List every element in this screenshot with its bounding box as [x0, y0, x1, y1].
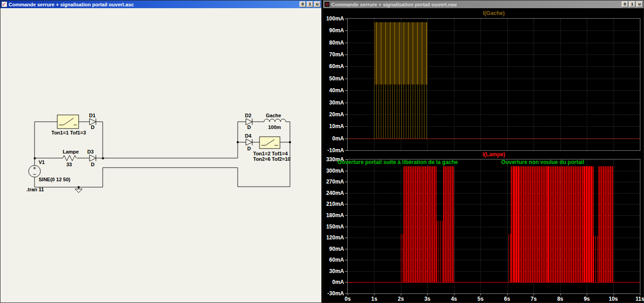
- y-tick-mark: [345, 260, 347, 260]
- minimize-button[interactable]: 0: [622, 1, 628, 7]
- zero-line: [348, 282, 640, 283]
- y-tick-mark: [345, 139, 347, 139]
- y-tick-label: 150mA: [323, 224, 344, 230]
- diode-d2[interactable]: [246, 119, 252, 125]
- annotation[interactable]: Ouverture portail suite à libération de …: [338, 159, 458, 165]
- schematic-window-title: Commande serrure + signalisation portail…: [9, 2, 298, 7]
- schematic-canvas[interactable]: V1 SINE(0 12 50) .tran 11 Ton1=1 Tof1=3 …: [0, 8, 321, 303]
- y-tick-label: -10mA: [323, 147, 344, 154]
- x-tick-label: 7s: [524, 296, 544, 302]
- grid-line-horizontal: [348, 193, 640, 194]
- plot-area[interactable]: I(Gache)100mA90mA80mA70mA60mA50mA40mA30m…: [323, 8, 644, 303]
- junction-dots: [34, 141, 291, 188]
- grid-line-vertical: [480, 159, 481, 293]
- lampe-name-label[interactable]: Lampe: [63, 149, 79, 154]
- sw2-params-line2[interactable]: Ton2=6 Tof2=10: [253, 156, 290, 162]
- trace-burst: [511, 166, 593, 283]
- grid-line-horizontal: [348, 171, 640, 171]
- lampe-value-label[interactable]: 33: [66, 162, 72, 167]
- x-tick-label: 1s: [364, 296, 384, 302]
- x-tick-label: 11s: [630, 296, 644, 302]
- trace-label[interactable]: I(Gache): [348, 10, 640, 16]
- schematic-titlebar[interactable]: Commande serrure + signalisation portail…: [0, 0, 321, 8]
- y-tick-label: 240mA: [323, 190, 344, 196]
- x-tick-mark: [480, 294, 481, 295]
- voltage-source-v1[interactable]: [29, 165, 40, 177]
- y-tick-mark: [345, 90, 347, 91]
- trace-label[interactable]: I(Lampe): [348, 151, 640, 158]
- d4-model-label[interactable]: D: [247, 146, 251, 151]
- close-button[interactable]: u: [636, 1, 643, 7]
- v1-value-label[interactable]: SINE(0 12 50): [39, 177, 70, 182]
- diode-d3[interactable]: [90, 155, 96, 161]
- grid-line-horizontal: [348, 227, 640, 227]
- minimize-button[interactable]: 0: [300, 1, 306, 7]
- zero-line: [348, 139, 640, 139]
- y-tick-label: 120mA: [323, 234, 344, 241]
- y-tick-label: 270mA: [323, 179, 344, 185]
- grid-line-vertical: [374, 159, 374, 293]
- y-tick-mark: [345, 55, 347, 55]
- window-controls: 0 1 u: [300, 1, 320, 7]
- gache-value-label[interactable]: 100m: [268, 124, 281, 130]
- y-tick-mark: [345, 66, 347, 67]
- schematic-file-icon: [1, 1, 7, 7]
- schematic-window: Commande serrure + signalisation portail…: [0, 0, 322, 303]
- diode-d1[interactable]: [90, 119, 96, 125]
- d2-name-label[interactable]: D2: [245, 113, 251, 118]
- close-button[interactable]: u: [314, 1, 320, 7]
- y-tick-mark: [345, 103, 347, 103]
- grid-line-vertical: [507, 19, 508, 150]
- schematic-drawing: V1 SINE(0 12 50) .tran 11 Ton1=1 Tof1=3 …: [0, 8, 321, 303]
- y-tick-mark: [345, 43, 347, 43]
- d4-name-label[interactable]: D4: [245, 133, 252, 139]
- y-tick-mark: [345, 150, 347, 151]
- x-tick-label: 8s: [550, 296, 570, 302]
- y-tick-label: 300mA: [323, 168, 344, 174]
- d1-model-label[interactable]: D: [91, 124, 95, 130]
- trace-burst: [443, 166, 454, 283]
- waveform-titlebar[interactable]: Commande serrure + signalisation portail…: [323, 0, 644, 8]
- y-tick-mark: [345, 19, 347, 19]
- grid-line-vertical: [587, 19, 587, 150]
- grid-line-horizontal: [348, 182, 640, 182]
- x-tick-mark: [534, 294, 534, 295]
- grid-line-vertical: [534, 19, 534, 150]
- tran-directive-text[interactable]: .tran 11: [26, 187, 44, 192]
- d1-name-label[interactable]: D1: [89, 113, 95, 118]
- trace-burst: [594, 236, 599, 282]
- x-tick-mark: [374, 294, 374, 295]
- waveform-window-title: Commande serrure + signalisation portail…: [331, 2, 620, 7]
- waveform-window: Commande serrure + signalisation portail…: [323, 0, 644, 303]
- sw1-params-label[interactable]: Ton1=1 Tof1=3: [51, 130, 86, 135]
- y-tick-label: 100mA: [323, 15, 344, 22]
- waveform-viewer[interactable]: I(Gache)100mA90mA80mA70mA60mA50mA40mA30m…: [323, 8, 644, 303]
- d2-model-label[interactable]: D: [247, 124, 251, 130]
- inductor-gache[interactable]: [264, 119, 286, 122]
- resistor-lampe[interactable]: [63, 155, 76, 161]
- gache-name-label[interactable]: Gache: [266, 113, 281, 118]
- d3-name-label[interactable]: D3: [87, 149, 94, 154]
- grid-line-vertical: [560, 19, 561, 150]
- diode-d4[interactable]: [246, 139, 252, 145]
- x-tick-mark: [427, 294, 428, 295]
- x-tick-mark: [614, 294, 614, 295]
- grid-line-vertical: [614, 159, 614, 293]
- sw2-params-line1[interactable]: Ton1=2 Tof1=4: [253, 151, 288, 156]
- grid-line-vertical: [454, 19, 454, 150]
- grid-line-vertical: [614, 19, 614, 150]
- y-tick-mark: [345, 204, 347, 204]
- switch-sw2[interactable]: [260, 137, 280, 149]
- maximize-button[interactable]: 1: [307, 1, 313, 7]
- switch-sw1[interactable]: [57, 115, 79, 129]
- annotation[interactable]: Ouverture non voulue du portail: [501, 159, 584, 165]
- maximize-button[interactable]: 1: [629, 1, 635, 7]
- v1-name-label[interactable]: V1: [39, 159, 45, 165]
- y-tick-label: 80mA: [323, 40, 344, 46]
- y-tick-mark: [345, 79, 347, 79]
- x-tick-mark: [560, 294, 561, 295]
- d3-model-label[interactable]: D: [91, 162, 95, 167]
- y-tick-mark: [345, 182, 347, 182]
- y-tick-mark: [345, 282, 347, 283]
- y-tick-label: 90mA: [323, 27, 344, 34]
